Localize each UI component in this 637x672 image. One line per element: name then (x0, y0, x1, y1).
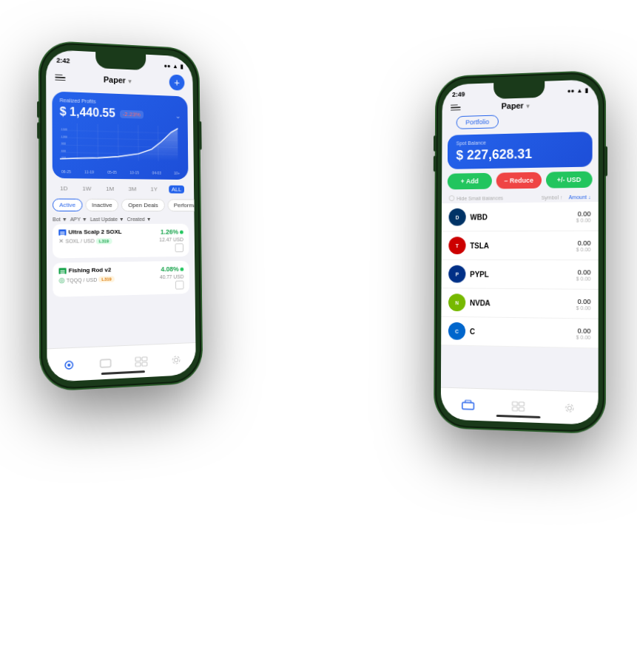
active-dot-1 (181, 267, 184, 271)
left-bottom-nav (47, 342, 195, 382)
right-title[interactable]: Paper▼ (502, 101, 531, 110)
svg-line-6 (60, 138, 178, 140)
time-all[interactable]: ALL (169, 186, 184, 194)
wbd-logo: D (449, 208, 466, 226)
holding-right-pypl: 0.00 $ 0.00 (576, 268, 591, 281)
right-hamburger-icon[interactable] (451, 104, 460, 111)
bot-name-1: Fishing Rod v2 (58, 265, 159, 274)
right-nav-settings[interactable] (562, 402, 576, 413)
right-vol-down-btn[interactable] (434, 156, 437, 172)
spot-amount: $ 227,628.31 (456, 145, 583, 163)
c-logo: C (448, 322, 465, 340)
bot-pct-1: 4.08% (161, 265, 183, 273)
tab-inactive[interactable]: Inactive (85, 199, 118, 211)
svg-text:1200: 1200 (61, 135, 68, 139)
holding-pypl[interactable]: P PYPL 0.00 $ 0.00 (442, 260, 599, 290)
col-symbol[interactable]: Symbol ↑ (542, 194, 563, 200)
time-1w[interactable]: 1W (79, 185, 94, 193)
battery-icon: ▮ (180, 63, 183, 69)
c-amount: 0.00 (576, 327, 591, 335)
svg-point-23 (172, 356, 180, 363)
portfolio-nav-icon (462, 399, 475, 410)
right-screen: 2:49 ●● ▲ ▮ Paper▼ Portfolio (441, 79, 599, 425)
holding-right-tsla: 0.00 $ 0.00 (576, 239, 591, 251)
nav-grid[interactable] (135, 356, 148, 367)
right-nav-grid[interactable] (512, 401, 525, 412)
time-1d[interactable]: 1D (57, 184, 71, 192)
tsla-amount: 0.00 (576, 239, 591, 246)
right-power-btn[interactable] (604, 146, 607, 177)
power-btn[interactable] (199, 121, 202, 150)
holding-right-nvda: 0.00 $ 0.00 (576, 297, 591, 310)
holding-tsla[interactable]: T TSLA 0.00 $ 0.00 (442, 231, 599, 261)
bot-item-1[interactable]: Fishing Rod v2 ◎ TQQQ / USD L319 4.08% (53, 261, 189, 297)
profit-chart: 1500 1200 900 600 300 (60, 123, 181, 169)
vol-up-btn[interactable] (37, 101, 40, 118)
add-btn[interactable]: + Add (448, 173, 492, 190)
time-1y[interactable]: 1Y (148, 185, 161, 193)
reduce-btn[interactable]: – Reduce (496, 172, 542, 189)
tab-performance[interactable]: Performance (167, 199, 194, 211)
add-button[interactable]: + (169, 74, 185, 90)
time-1m[interactable]: 1M (103, 185, 117, 193)
col-headers: Symbol ↑ Amount ↓ (542, 194, 591, 200)
chart-x-labels: 06-25 11-19 05-05 10-15 04-03 10+ (60, 169, 181, 175)
nav-settings[interactable] (169, 354, 182, 365)
right-vol-up-btn[interactable] (434, 135, 437, 152)
expand-icon[interactable]: ⌄ (175, 112, 181, 120)
filter-row: Bot ▼ APY ▼ Last Update ▼ Created ▼ (47, 214, 195, 224)
pypl-amount: 0.00 (576, 268, 591, 276)
vol-down-btn[interactable] (37, 122, 40, 138)
portfolio-chip[interactable]: Portfolio (456, 115, 499, 129)
wbd-amount: 0.00 (576, 210, 591, 217)
tsla-usd: $ 0.00 (576, 246, 591, 251)
nvda-amount: 0.00 (576, 297, 591, 305)
filter-created[interactable]: Created ▼ (127, 217, 152, 222)
nav-bots[interactable] (62, 359, 75, 370)
col-amount[interactable]: Amount ↓ (569, 194, 591, 199)
left-screen: 2:42 ●● ▲ ▮ Paper▼ + Realized Profi (46, 50, 196, 382)
right-time: 2:49 (452, 90, 465, 98)
bot-item-0[interactable]: Ultra Scalp 2 SOXL ✕ SOXL / USD L319 1.2… (53, 224, 189, 259)
pypl-logo: P (448, 265, 465, 283)
nav-deals[interactable] (98, 357, 112, 368)
holding-wbd[interactable]: D WBD 0.00 $ 0.00 (442, 202, 599, 231)
holding-nvda[interactable]: N NVDA 0.00 $ 0.00 (441, 288, 598, 319)
hide-small-balances[interactable]: Hide Small Balances (449, 194, 503, 201)
c-usd: $ 0.00 (576, 334, 591, 339)
time-filter: 1D 1W 1M 3M 1Y ALL (47, 181, 195, 197)
right-wifi-icon: ▲ (576, 87, 582, 94)
svg-text:P: P (456, 272, 459, 277)
scene: 2:42 ●● ▲ ▮ Paper▼ + Realized Profi (0, 0, 637, 672)
hide-small-checkbox[interactable] (449, 195, 455, 201)
svg-rect-36 (519, 401, 524, 405)
svg-rect-19 (141, 356, 146, 360)
holding-right-wbd: 0.00 $ 0.00 (576, 210, 591, 223)
holding-c[interactable]: C C 0.00 $ 0.00 (441, 317, 599, 349)
copy-icon-0[interactable] (175, 243, 183, 252)
spot-label: Spot Balance (456, 138, 584, 146)
svg-text:C: C (455, 329, 459, 334)
copy-icon-1[interactable] (175, 280, 183, 289)
filter-apy[interactable]: APY ▼ (70, 217, 87, 222)
right-status-icons: ●● ▲ ▮ (567, 86, 588, 94)
tab-active[interactable]: Active (53, 199, 82, 211)
chart-area: 1500 1200 900 600 300 (60, 123, 181, 169)
bot-list: Ultra Scalp 2 SOXL ✕ SOXL / USD L319 1.2… (47, 224, 195, 297)
time-3m[interactable]: 3M (126, 185, 140, 193)
hamburger-icon[interactable] (55, 74, 65, 81)
right-nav-portfolio[interactable] (462, 399, 475, 410)
left-title[interactable]: Paper▼ (104, 75, 133, 85)
profit-change: -2.23% (120, 109, 144, 118)
c-symbol: C (470, 327, 475, 336)
bot-icon-1 (58, 268, 66, 274)
svg-point-39 (567, 406, 571, 410)
tsla-logo: T (448, 237, 465, 254)
filter-last-update[interactable]: Last Update ▼ (90, 217, 124, 222)
filter-bot[interactable]: Bot ▼ (53, 217, 67, 222)
svg-text:600: 600 (61, 149, 67, 154)
tab-open-deals[interactable]: Open Deals (121, 199, 164, 211)
right-grid-icon (512, 401, 525, 412)
usd-btn[interactable]: +/- USD (546, 172, 593, 189)
pair-tag-0: L319 (96, 238, 112, 244)
